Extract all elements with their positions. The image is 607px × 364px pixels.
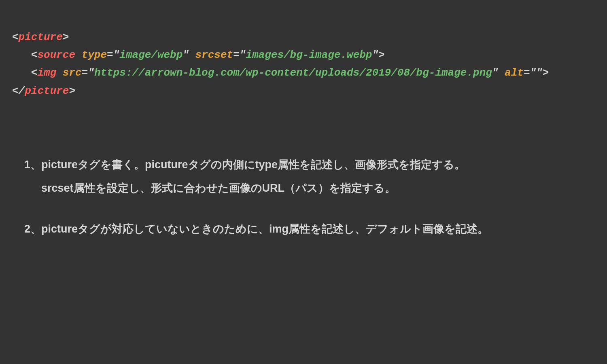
list-number: 2、 — [24, 221, 41, 237]
explanation-line: pictureタグを書く。picutureタグの内側にtype属性を記述し、画像… — [41, 157, 583, 173]
attr-name: srcset — [195, 49, 233, 61]
code-block: <picture> <source type="image/webp" srcs… — [0, 0, 607, 100]
attr-value: images/bg-image.webp — [246, 49, 372, 61]
code-line-1: <picture> — [12, 31, 69, 43]
attr-name: type — [82, 49, 107, 61]
tag-name: picture — [19, 31, 63, 43]
code-line-2: <source type="image/webp" srcset="images… — [12, 49, 385, 61]
explanation-list: 1、 pictureタグを書く。picutureタグの内側にtype属性を記述し… — [0, 157, 607, 237]
tag-name: picture — [25, 85, 69, 97]
angle-open: < — [12, 31, 19, 43]
list-body: pictureタグが対応していないときのために、img属性を記述し、デフォルト画… — [41, 221, 583, 237]
indent — [12, 67, 31, 79]
attr-value: image/webp — [119, 49, 183, 61]
angle-close: > — [63, 31, 69, 43]
tag-name: source — [37, 49, 75, 61]
explanation-item-2: 2、 pictureタグが対応していないときのために、img属性を記述し、デフォ… — [24, 221, 583, 237]
angle-open: < — [31, 49, 38, 61]
angle-close: > — [543, 67, 549, 79]
angle-close: > — [378, 49, 385, 61]
indent — [12, 49, 31, 61]
attr-name: alt — [505, 67, 524, 79]
attr-value: https://arrown-blog.com/wp-content/uploa… — [94, 67, 492, 79]
explanation-item-1: 1、 pictureタグを書く。picutureタグの内側にtype属性を記述し… — [24, 157, 583, 197]
code-line-3: <img src="https://arrown-blog.com/wp-con… — [12, 67, 549, 79]
list-body: pictureタグを書く。picutureタグの内側にtype属性を記述し、画像… — [41, 157, 583, 197]
angle-close: > — [69, 85, 75, 97]
tag-name: img — [37, 67, 56, 79]
code-line-4: </picture> — [12, 85, 75, 97]
angle-open: </ — [12, 85, 25, 97]
explanation-line: srcset属性を設定し、形式に合わせた画像のURL（パス）を指定する。 — [41, 180, 583, 197]
explanation-line: pictureタグが対応していないときのために、img属性を記述し、デフォルト画… — [41, 221, 583, 237]
list-number: 1、 — [24, 157, 41, 197]
angle-open: < — [31, 67, 38, 79]
attr-name: src — [63, 67, 82, 79]
